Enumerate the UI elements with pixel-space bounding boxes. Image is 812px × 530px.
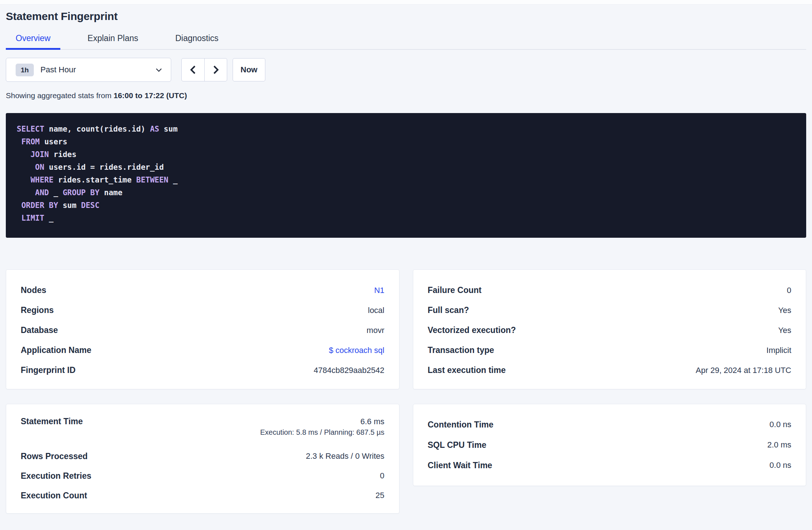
prev-time-button[interactable]: [182, 59, 204, 81]
stat-label: Failure Count: [428, 285, 482, 295]
stat-label: Client Wait Time: [428, 461, 493, 470]
time-interval-dropdown[interactable]: 1h Past Hour: [6, 58, 171, 82]
sql-line: WHERE rides.start_time BETWEEN _: [17, 174, 795, 186]
time-controls: 1h Past Hour Now: [6, 58, 806, 82]
stat-value: 2.3 k Reads / 0 Writes: [306, 451, 384, 461]
chevron-right-icon: [213, 65, 219, 75]
stat-label: Execution Retries: [21, 471, 91, 481]
stat-value: 25: [375, 491, 384, 500]
stat-row: Rows Processed2.3 k Reads / 0 Writes: [21, 446, 385, 466]
aggregated-stats-line: Showing aggregated stats from 16:00 to 1…: [6, 91, 806, 100]
stat-row: Regionslocal: [21, 300, 385, 320]
tab-bar: OverviewExplain PlansDiagnostics: [6, 33, 806, 50]
stat-label: Transaction type: [428, 345, 494, 355]
sql-line: JOIN rides: [17, 148, 795, 161]
stat-value[interactable]: N1: [374, 286, 384, 295]
stat-subvalue: Execution: 5.8 ms / Planning: 687.5 µs: [21, 428, 385, 437]
stat-label: Full scan?: [428, 305, 469, 315]
stats-line-prefix: Showing aggregated stats from: [6, 91, 114, 100]
stat-row: SQL CPU Time2.0 ms: [428, 435, 792, 455]
now-button[interactable]: Now: [233, 58, 265, 81]
page-title: Statement Fingerprint: [6, 10, 806, 23]
stat-value: Implicit: [767, 346, 791, 355]
stat-row: Execution Retries0: [21, 466, 385, 486]
stat-label: Fingerprint ID: [21, 365, 76, 375]
stat-value: 6.6 ms: [360, 417, 384, 426]
stat-row: Statement Time6.6 msExecution: 5.8 ms / …: [21, 414, 385, 446]
stat-row: Contention Time0.0 ns: [428, 414, 792, 435]
stat-label: Application Name: [21, 345, 91, 355]
stat-value[interactable]: $ cockroach sql: [329, 346, 385, 355]
sql-statement-box: SELECT name, count(rides.id) AS sum FROM…: [6, 113, 806, 238]
stat-row: Databasemovr: [21, 320, 385, 340]
sql-line: SELECT name, count(rides.id) AS sum: [17, 123, 795, 136]
execution-attributes-card: Failure Count0Full scan?YesVectorized ex…: [413, 269, 807, 389]
stat-label: Regions: [21, 305, 54, 315]
stat-value: Yes: [778, 306, 791, 315]
time-range-label: Past Hour: [40, 65, 156, 75]
stat-label: Database: [21, 325, 58, 335]
tab-explain-plans[interactable]: Explain Plans: [78, 33, 148, 50]
time-step-buttons: [181, 58, 227, 81]
sql-line: FROM users: [17, 136, 795, 148]
stat-row: Execution Count25: [21, 486, 385, 505]
stat-value: 0.0 ns: [769, 420, 791, 429]
stat-label: Execution Count: [21, 491, 87, 501]
stats-cards-grid: NodesN1RegionslocalDatabasemovrApplicati…: [6, 269, 806, 514]
stat-value: Apr 29, 2024 at 17:18 UTC: [696, 366, 791, 375]
statement-details-card: NodesN1RegionslocalDatabasemovrApplicati…: [6, 269, 399, 389]
stat-row: Transaction typeImplicit: [428, 340, 792, 360]
stat-value: Yes: [778, 326, 791, 335]
stat-row: Fingerprint ID4784cb829aab2542: [21, 360, 385, 380]
stat-value: local: [368, 306, 384, 315]
stat-value: 4784cb829aab2542: [314, 366, 385, 375]
chevron-left-icon: [190, 65, 196, 75]
stat-row: Last execution timeApr 29, 2024 at 17:18…: [428, 360, 792, 380]
sql-line: ON users.id = rides.rider_id: [17, 161, 795, 174]
stat-label: Contention Time: [428, 420, 494, 430]
stat-label: Statement Time: [21, 417, 83, 426]
statement-fingerprint-page: Statement Fingerprint OverviewExplain Pl…: [0, 10, 812, 514]
stat-value: 0: [380, 471, 384, 481]
stat-row: NodesN1: [21, 280, 385, 300]
stat-label: Last execution time: [428, 365, 506, 375]
sql-line: LIMIT _: [17, 212, 795, 225]
statement-stats-card: Statement Time6.6 msExecution: 5.8 ms / …: [6, 404, 399, 514]
timing-stats-card: Contention Time0.0 nsSQL CPU Time2.0 msC…: [413, 404, 807, 486]
stat-label: Vectorized execution?: [428, 325, 516, 335]
stat-row: Failure Count0: [428, 280, 792, 300]
stat-value: movr: [367, 326, 385, 335]
chevron-down-icon: [156, 68, 162, 72]
stat-label: Nodes: [21, 285, 46, 295]
stat-value: 0: [787, 286, 791, 295]
tab-overview[interactable]: Overview: [6, 33, 60, 50]
stat-row: Full scan?Yes: [428, 300, 792, 320]
stat-row: Client Wait Time0.0 ns: [428, 455, 792, 475]
stat-label: Rows Processed: [21, 451, 88, 461]
stat-value: 0.0 ns: [769, 461, 791, 470]
interval-badge: 1h: [16, 64, 34, 76]
sql-line: AND _ GROUP BY name: [17, 186, 795, 199]
stat-row: Vectorized execution?Yes: [428, 320, 792, 340]
top-divider-strip: [0, 0, 812, 5]
tab-diagnostics[interactable]: Diagnostics: [165, 33, 228, 50]
stat-value: 2.0 ms: [767, 440, 791, 450]
sql-line: ORDER BY sum DESC: [17, 199, 795, 212]
next-time-button[interactable]: [204, 59, 227, 81]
stats-line-range: 16:00 to 17:22 (UTC): [114, 91, 187, 100]
stat-row: Application Name$ cockroach sql: [21, 340, 385, 360]
stat-label: SQL CPU Time: [428, 440, 486, 450]
